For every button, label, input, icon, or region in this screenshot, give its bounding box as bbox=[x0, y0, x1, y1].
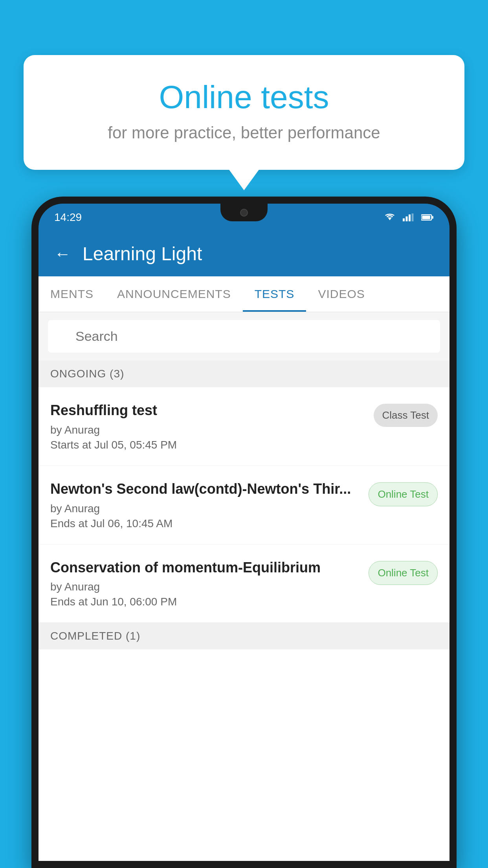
test-info: Conservation of momentum-Equilibrium by … bbox=[50, 559, 369, 609]
test-badge: Class Test bbox=[374, 404, 438, 427]
test-time: Ends at Jul 06, 10:45 AM bbox=[50, 517, 361, 530]
test-badge: Online Test bbox=[369, 561, 438, 585]
search-wrapper: 🔍 bbox=[48, 320, 440, 353]
ongoing-section-header: ONGOING (3) bbox=[39, 360, 449, 387]
completed-section-header: COMPLETED (1) bbox=[39, 623, 449, 649]
bubble-title: Online tests bbox=[55, 79, 433, 116]
svg-rect-4 bbox=[412, 213, 414, 221]
svg-rect-3 bbox=[409, 215, 411, 222]
test-author: by Anurag bbox=[50, 502, 361, 515]
app-bar-title: Learning Light bbox=[83, 243, 202, 265]
test-item[interactable]: Newton's Second law(contd)-Newton's Thir… bbox=[39, 466, 449, 544]
test-name: Reshuffling test bbox=[50, 401, 366, 420]
svg-marker-0 bbox=[388, 217, 392, 221]
phone-notch bbox=[220, 204, 268, 221]
test-name: Conservation of momentum-Equilibrium bbox=[50, 559, 361, 577]
tab-videos[interactable]: VIDEOS bbox=[306, 276, 376, 312]
svg-rect-1 bbox=[403, 219, 405, 222]
back-button[interactable]: ← bbox=[54, 245, 71, 263]
test-time: Starts at Jul 05, 05:45 PM bbox=[50, 439, 366, 451]
test-info: Newton's Second law(contd)-Newton's Thir… bbox=[50, 480, 369, 530]
svg-rect-6 bbox=[422, 215, 430, 219]
test-author: by Anurag bbox=[50, 581, 361, 593]
test-info: Reshuffling test by Anurag Starts at Jul… bbox=[50, 401, 374, 451]
bubble-subtitle: for more practice, better performance bbox=[55, 123, 433, 142]
tab-announcements[interactable]: ANNOUNCEMENTS bbox=[105, 276, 243, 312]
promo-bubble: Online tests for more practice, better p… bbox=[24, 55, 464, 170]
phone-content: ← Learning Light MENTS ANNOUNCEMENTS TES… bbox=[39, 231, 449, 861]
tabs-bar: MENTS ANNOUNCEMENTS TESTS VIDEOS bbox=[39, 276, 449, 312]
test-list: Reshuffling test by Anurag Starts at Jul… bbox=[39, 387, 449, 861]
status-bar: 14:29 bbox=[39, 204, 449, 231]
svg-rect-7 bbox=[432, 216, 433, 219]
test-item[interactable]: Conservation of momentum-Equilibrium by … bbox=[39, 544, 449, 623]
svg-rect-2 bbox=[406, 217, 408, 222]
test-time: Ends at Jun 10, 06:00 PM bbox=[50, 596, 361, 608]
signal-icon bbox=[402, 213, 415, 221]
app-bar: ← Learning Light bbox=[39, 231, 449, 276]
camera bbox=[240, 209, 248, 217]
phone-frame: 14:29 ← bbox=[31, 197, 457, 868]
search-input[interactable] bbox=[48, 320, 440, 353]
test-name: Newton's Second law(contd)-Newton's Thir… bbox=[50, 480, 361, 498]
battery-icon bbox=[421, 213, 434, 221]
test-author: by Anurag bbox=[50, 424, 366, 436]
test-badge: Online Test bbox=[369, 482, 438, 506]
status-time: 14:29 bbox=[54, 211, 383, 224]
wifi-icon bbox=[383, 213, 396, 221]
status-icons bbox=[383, 213, 434, 221]
search-container: 🔍 bbox=[39, 312, 449, 360]
tab-ments[interactable]: MENTS bbox=[39, 276, 105, 312]
test-item[interactable]: Reshuffling test by Anurag Starts at Jul… bbox=[39, 387, 449, 466]
tab-tests[interactable]: TESTS bbox=[243, 276, 306, 312]
